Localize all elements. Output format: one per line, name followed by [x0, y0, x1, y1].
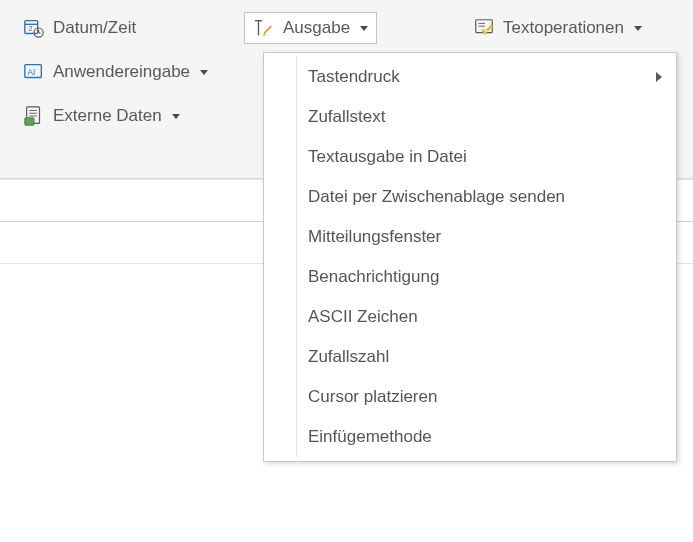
dropdown-item-label: Benachrichtigung	[308, 267, 439, 287]
dropdown-item-label: Tastendruck	[308, 67, 400, 87]
datum-zeit-button[interactable]: 2 Datum/Zeit	[14, 12, 217, 44]
chevron-down-icon	[360, 26, 368, 31]
toolbar-col-2: Ausgabe	[244, 12, 377, 44]
calendar-clock-icon: 2	[23, 17, 45, 39]
chevron-down-icon	[634, 26, 642, 31]
svg-rect-12	[25, 118, 34, 125]
dropdown-item[interactable]: ASCII Zeichen	[264, 297, 676, 337]
dropdown-item[interactable]: Benachrichtigung	[264, 257, 676, 297]
datum-zeit-label: Datum/Zeit	[53, 18, 136, 38]
dropdown-item-label: Zufallszahl	[308, 347, 389, 367]
ausgabe-label: Ausgabe	[283, 18, 350, 38]
textoperationen-button[interactable]: Textoperationen	[464, 12, 651, 44]
toolbar-col-3: Textoperationen	[464, 12, 651, 44]
externe-daten-label: Externe Daten	[53, 106, 162, 126]
dropdown-item-label: Mitteilungsfenster	[308, 227, 441, 247]
chevron-down-icon	[172, 114, 180, 119]
svg-line-5	[39, 33, 41, 34]
dropdown-item[interactable]: Zufallszahl	[264, 337, 676, 377]
chevron-right-icon	[656, 72, 662, 82]
dropdown-item-label: Einfügemethode	[308, 427, 432, 447]
chevron-down-icon	[200, 70, 208, 75]
external-data-icon	[23, 105, 45, 127]
anwendereingabe-label: Anwendereingabe	[53, 62, 190, 82]
dropdown-item[interactable]: Mitteilungsfenster	[264, 217, 676, 257]
toolbar-col-1: 2 Datum/Zeit AI Anwendereingabe	[14, 12, 217, 132]
dropdown-item-label: Datei per Zwischenablage senden	[308, 187, 565, 207]
externe-daten-button[interactable]: Externe Daten	[14, 100, 217, 132]
dropdown-item-label: Cursor platzieren	[308, 387, 437, 407]
anwendereingabe-button[interactable]: AI Anwendereingabe	[14, 56, 217, 88]
ausgabe-button[interactable]: Ausgabe	[244, 12, 377, 44]
dropdown-item[interactable]: Datei per Zwischenablage senden	[264, 177, 676, 217]
output-icon	[253, 17, 275, 39]
dropdown-item[interactable]: Zufallstext	[264, 97, 676, 137]
text-operations-icon	[473, 17, 495, 39]
dropdown-item-label: ASCII Zeichen	[308, 307, 418, 327]
dropdown-item[interactable]: Textausgabe in Datei	[264, 137, 676, 177]
user-input-icon: AI	[23, 61, 45, 83]
textoperationen-label: Textoperationen	[503, 18, 624, 38]
dropdown-item[interactable]: Cursor platzieren	[264, 377, 676, 417]
svg-text:AI: AI	[28, 68, 36, 77]
dropdown-item[interactable]: Tastendruck	[264, 57, 676, 97]
dropdown-item[interactable]: Einfügemethode	[264, 417, 676, 457]
dropdown-item-label: Zufallstext	[308, 107, 385, 127]
svg-text:2: 2	[29, 24, 33, 33]
dropdown-item-label: Textausgabe in Datei	[308, 147, 467, 167]
ausgabe-dropdown: TastendruckZufallstextTextausgabe in Dat…	[263, 52, 677, 462]
